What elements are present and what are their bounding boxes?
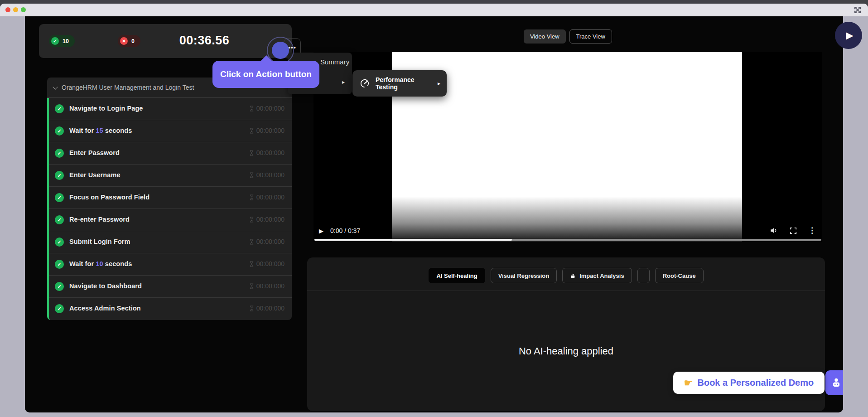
step-name: Access Admin Section (69, 305, 141, 312)
lock-icon (570, 273, 576, 279)
test-step-row[interactable]: ✓Wait for 15 seconds00:00:000 (49, 120, 292, 142)
step-name: Navigate to Dashboard (69, 282, 142, 290)
empty-state-message: No AI-healing applied (307, 345, 825, 357)
view-tab-video-view[interactable]: Video View (524, 29, 566, 44)
failed-count-badge[interactable]: ✕ 0 (118, 35, 140, 47)
expand-icon[interactable] (854, 6, 862, 14)
step-duration: 00:00:000 (249, 260, 285, 267)
pointing-hand-icon: ☛ (684, 377, 693, 389)
test-step-row[interactable]: ✓Wait for 10 seconds00:00:000 (49, 253, 292, 276)
failed-count: 0 (131, 38, 135, 44)
screen: ✓ 10 ✕ 0 00:36.56 ••• Summary ▸ (0, 0, 868, 417)
step-name: Wait for 15 seconds (69, 127, 132, 134)
test-step-row[interactable]: ✓Navigate to Dashboard00:00:000 (49, 276, 292, 298)
video-overflow-icon[interactable]: ⋮ (808, 226, 816, 235)
book-demo-button[interactable]: ☛ Book a Personalized Demo (673, 372, 825, 394)
book-demo-label: Book a Personalized Demo (697, 378, 814, 388)
analysis-tab-ai-self-healing[interactable]: AI Self-healing (429, 268, 485, 283)
test-suite-panel: OrangeHRM User Management and Login Test… (47, 78, 292, 320)
hourglass-icon (249, 150, 254, 156)
analysis-tab-impact-analysis[interactable]: Impact Analysis (562, 268, 632, 283)
minimize-window-icon[interactable] (13, 7, 18, 12)
analysis-tabs: AI Self-healingVisual RegressionImpact A… (307, 268, 825, 283)
run-timer: 00:36.56 (173, 34, 236, 48)
step-passed-icon: ✓ (55, 260, 64, 269)
video-progress-bar[interactable] (314, 239, 821, 241)
volume-icon[interactable] (770, 226, 778, 235)
fullscreen-icon[interactable] (789, 227, 797, 235)
step-duration: 00:00:000 (249, 216, 285, 223)
performance-testing-label: Performance Testing (376, 76, 432, 91)
step-duration: 00:00:000 (249, 127, 285, 134)
zoom-window-icon[interactable] (21, 7, 26, 12)
passed-count-badge[interactable]: ✓ 10 (49, 35, 75, 47)
video-controls-right: ⋮ (770, 226, 816, 235)
step-name: Enter Username (69, 171, 121, 179)
hourglass-icon (249, 172, 254, 178)
analysis-tab-root-cause[interactable]: Root-Cause (655, 268, 704, 283)
hourglass-icon (249, 217, 254, 223)
test-step-list: ✓Navigate to Login Page00:00:000✓Wait fo… (47, 98, 292, 320)
window-controls (5, 7, 26, 12)
hourglass-icon (249, 239, 254, 245)
hourglass-icon (249, 106, 254, 112)
gauge-icon (360, 78, 370, 88)
step-duration: 00:00:000 (249, 105, 285, 112)
step-duration: 00:00:000 (249, 238, 285, 245)
play-icon: ▶ (846, 30, 853, 41)
hourglass-icon (249, 261, 254, 267)
step-passed-icon: ✓ (55, 126, 64, 136)
step-passed-icon: ✓ (55, 149, 64, 158)
step-duration: 00:00:000 (249, 282, 285, 290)
analysis-tab-visual-regression[interactable]: Visual Regression (491, 268, 557, 283)
close-window-icon[interactable] (5, 7, 10, 12)
test-step-row[interactable]: ✓Navigate to Login Page00:00:000 (49, 98, 292, 120)
menu-item-summary[interactable]: Summary (320, 58, 349, 66)
window-titlebar (0, 4, 868, 16)
step-passed-icon: ✓ (55, 193, 64, 202)
view-tab-trace-view[interactable]: Trace View (569, 29, 612, 44)
passed-count: 10 (63, 38, 69, 44)
step-duration: 00:00:000 (249, 194, 285, 201)
submenu-arrow-icon: ▸ (342, 79, 345, 85)
video-buffered-segment (314, 239, 512, 241)
test-suite-title: OrangeHRM User Management and Login Test (62, 78, 194, 97)
performance-submenu-arrow-icon: ▸ (438, 80, 440, 87)
step-name: Focus on Password Field (69, 194, 149, 201)
test-step-row[interactable]: ✓Enter Password00:00:000 (49, 142, 292, 165)
run-summary-card: ✓ 10 ✕ 0 00:36.56 ••• (39, 24, 292, 58)
step-duration: 00:00:000 (249, 171, 285, 179)
passed-check-icon: ✓ (51, 37, 59, 45)
menu-item-performance-testing[interactable]: Performance Testing ▸ (352, 70, 447, 97)
hourglass-icon (249, 305, 254, 311)
chat-widget-button[interactable] (825, 370, 843, 395)
failed-x-icon: ✕ (120, 37, 128, 45)
analysis-tab-empty[interactable] (637, 268, 650, 283)
test-step-row[interactable]: ✓Submit Login Form00:00:000 (49, 231, 292, 253)
step-duration: 00:00:000 (249, 149, 285, 156)
robot-icon (830, 377, 842, 389)
test-step-row[interactable]: ✓Access Admin Section00:00:000 (49, 298, 292, 320)
panel-divider (307, 291, 825, 291)
app-window: ✓ 10 ✕ 0 00:36.56 ••• Summary ▸ (25, 16, 843, 412)
step-passed-icon: ✓ (55, 104, 64, 113)
step-name: Re-enter Password (69, 216, 130, 223)
step-passed-icon: ✓ (55, 238, 64, 247)
desktop-background: ✓ 10 ✕ 0 00:36.56 ••• Summary ▸ (0, 16, 868, 417)
hourglass-icon (249, 283, 254, 289)
test-step-row[interactable]: ✓Enter Username00:00:000 (49, 165, 292, 187)
test-step-row[interactable]: ✓Re-enter Password00:00:000 (49, 209, 292, 231)
video-play-icon[interactable]: ▶ (319, 228, 323, 234)
coachmark-tooltip: Click on Action button (212, 61, 319, 88)
run-play-button[interactable]: ▶ (835, 22, 862, 49)
chevron-down-icon (53, 84, 58, 89)
hourglass-icon (249, 128, 254, 134)
step-passed-icon: ✓ (55, 171, 64, 180)
step-name: Submit Login Form (69, 238, 130, 245)
view-tabs: Video ViewTrace View (524, 29, 612, 44)
step-name: Enter Password (69, 149, 120, 156)
step-passed-icon: ✓ (55, 282, 64, 291)
test-step-row[interactable]: ✓Focus on Password Field00:00:000 (49, 187, 292, 209)
hourglass-icon (249, 194, 254, 200)
video-time: 0:00 / 0:37 (330, 227, 360, 234)
